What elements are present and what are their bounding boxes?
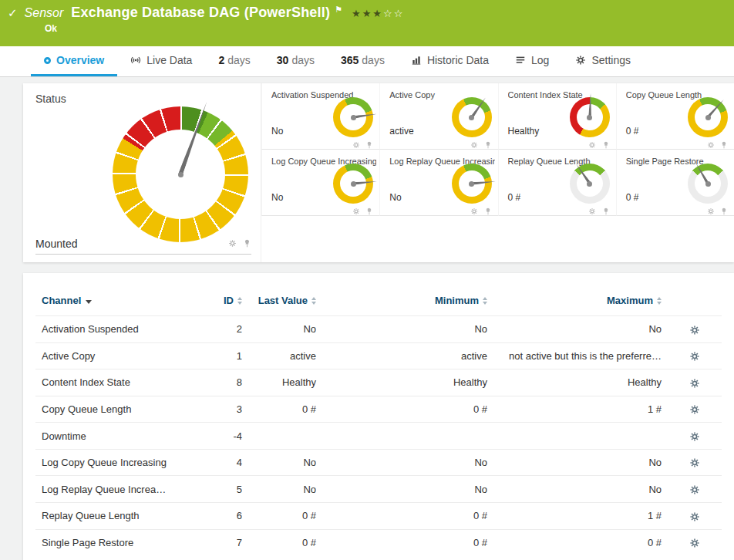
pin-icon[interactable] [484, 207, 492, 215]
channel-id: -4 [187, 423, 248, 450]
sort-icon [237, 297, 242, 305]
channel-name[interactable]: Active Copy [35, 342, 187, 369]
channel-gauge [688, 97, 728, 137]
sort-desc-icon [86, 300, 92, 304]
status-value: Mounted [35, 238, 77, 250]
historic-data-icon [411, 55, 422, 66]
gear-icon[interactable] [352, 141, 360, 149]
channel-settings-gear-icon[interactable] [689, 457, 700, 468]
pin-icon[interactable] [602, 141, 610, 149]
channel-last-value: No [248, 449, 322, 476]
gauge-tile-copy-queue-length: Copy Queue Length 0 # [616, 83, 734, 150]
status-check-icon: ✓ [8, 6, 18, 20]
column-header-minimum[interactable]: Minimum [322, 290, 493, 316]
gauge-hub [469, 115, 474, 120]
pin-icon[interactable] [484, 141, 492, 149]
priority-stars[interactable]: ★★★☆☆ [352, 8, 404, 19]
channel-name[interactable]: Activation Suspended [35, 316, 187, 343]
channel-minimum: No [322, 449, 493, 476]
channel-id: 4 [187, 449, 248, 476]
channel-id: 1 [187, 342, 248, 369]
gear-icon[interactable] [228, 239, 237, 248]
page-title: Exchange Database DAG (PowerShell) [71, 5, 330, 21]
gauge-needle [353, 113, 377, 119]
gear-icon[interactable] [707, 141, 715, 149]
channel-id: 2 [187, 316, 248, 343]
column-header-channel[interactable]: Channel [35, 290, 187, 316]
column-header-last-value[interactable]: Last Value [248, 290, 322, 316]
overview-donut-icon [44, 57, 51, 64]
tab-live-data[interactable]: Live Data [117, 46, 205, 76]
table-row: Content Index State 8 Healthy Healthy He… [35, 369, 722, 396]
channel-minimum: No [322, 476, 493, 503]
gear-icon[interactable] [707, 207, 715, 215]
table-row: Log Replay Queue Increa… 5 No No No [35, 476, 722, 503]
status-gauge [113, 106, 248, 242]
tab-historic-data[interactable]: Historic Data [398, 46, 502, 76]
channel-settings-gear-icon[interactable] [689, 404, 700, 415]
channel-minimum: Healthy [322, 369, 493, 396]
channel-gauge [333, 97, 373, 137]
gear-icon[interactable] [588, 141, 596, 149]
column-header-id[interactable]: ID [187, 290, 248, 316]
channel-name[interactable]: Downtime [35, 423, 187, 450]
channel-last-value: 0 # [248, 502, 322, 529]
channel-settings-gear-icon[interactable] [689, 511, 700, 522]
channel-settings-gear-icon[interactable] [689, 484, 700, 495]
tab-30-days[interactable]: 30 days [264, 46, 328, 76]
table-row: Downtime -4 [35, 423, 722, 450]
channel-name[interactable]: Log Copy Queue Increasing [35, 449, 187, 476]
pin-icon[interactable] [720, 141, 728, 149]
gauge-value: Healthy [508, 126, 540, 137]
gauge-tile-activation-suspended: Activation Suspended No [261, 83, 379, 150]
channel-maximum: not active but this is the preferre… [493, 342, 668, 369]
tab-label: Live Data [146, 54, 192, 66]
gauge-value: 0 # [508, 192, 521, 203]
tab-number: 2 [218, 54, 224, 66]
channel-name[interactable]: Log Replay Queue Increa… [35, 476, 187, 503]
channel-settings-gear-icon[interactable] [689, 431, 700, 442]
tab-365-days[interactable]: 365 days [328, 46, 398, 76]
channel-gauge [570, 164, 610, 204]
pin-icon[interactable] [365, 141, 373, 149]
channel-minimum [322, 423, 493, 450]
gear-icon[interactable] [470, 207, 478, 215]
sort-icon [311, 297, 316, 305]
gauge-hub [351, 181, 356, 187]
pin-icon[interactable] [720, 207, 728, 215]
column-label: ID [224, 295, 234, 306]
gear-icon[interactable] [352, 207, 360, 215]
gear-icon[interactable] [470, 141, 478, 149]
channel-maximum: 1 # [493, 396, 668, 423]
gear-icon[interactable] [588, 207, 596, 215]
tab-label: Overview [56, 54, 104, 66]
channel-name[interactable]: Replay Queue Length [35, 502, 187, 529]
priority-flag-icon[interactable]: ⚑ [335, 5, 342, 15]
tab-settings[interactable]: Settings [562, 46, 644, 76]
tab-2-days[interactable]: 2 days [205, 46, 263, 76]
channel-settings-gear-icon[interactable] [689, 325, 700, 336]
pin-icon[interactable] [365, 207, 373, 215]
tab-log[interactable]: Log [502, 46, 562, 76]
tab-overview[interactable]: Overview [31, 46, 117, 76]
gauge-hub [469, 181, 474, 187]
table-row: Active Copy 1 active active not active b… [35, 342, 722, 369]
channel-settings-gear-icon[interactable] [689, 351, 700, 362]
channel-name[interactable]: Copy Queue Length [35, 396, 187, 423]
pin-icon[interactable] [243, 239, 251, 248]
pin-icon[interactable] [602, 207, 610, 215]
gauge-tile-log-replay-queue-increasing: Log Replay Queue Increasing No [379, 150, 497, 216]
channel-last-value: No [248, 476, 322, 503]
channel-last-value: 0 # [248, 396, 322, 423]
tab-label: days [227, 54, 251, 66]
gauge-needle [471, 180, 495, 185]
channel-maximum: No [493, 449, 668, 476]
channel-settings-gear-icon[interactable] [689, 538, 700, 548]
column-header-maximum[interactable]: Maximum [493, 290, 668, 316]
channel-settings-gear-icon[interactable] [689, 378, 700, 389]
channel-name[interactable]: Single Page Restore [35, 529, 187, 555]
gauge-value: No [389, 192, 401, 203]
channel-maximum: No [493, 476, 668, 503]
channel-name[interactable]: Content Index State [35, 369, 187, 396]
column-header-settings [668, 290, 722, 316]
